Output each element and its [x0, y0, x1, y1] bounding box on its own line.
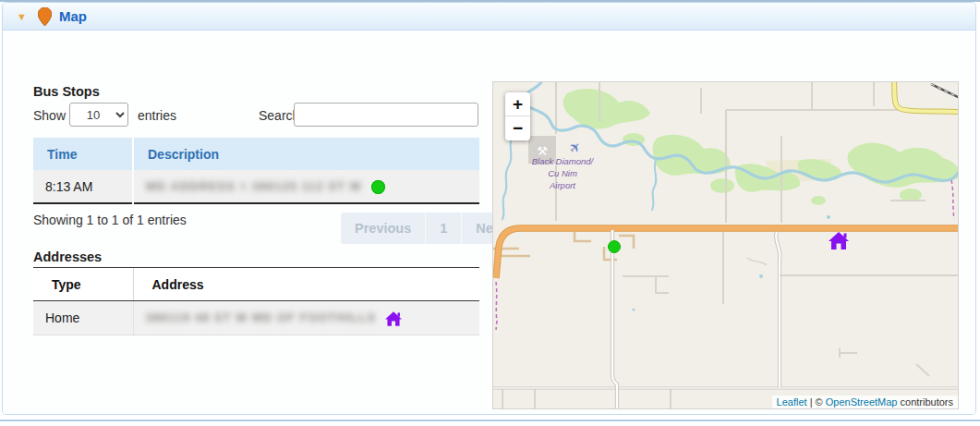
leaflet-map[interactable]: ⚒ ✈ Black Diamond/ Cu Nim Airport + −: [492, 81, 959, 409]
redacted-stop-address: MD ADDRESS = 386125 112 ST W: [146, 179, 362, 193]
addresses-heading: Addresses: [33, 250, 102, 264]
table-info: Showing 1 to 1 of 1 entries: [33, 213, 187, 227]
airport-label-line2: Cu Nim: [548, 168, 577, 178]
panel-body: Bus Stops Show 10 entries Search: Time D…: [3, 30, 975, 415]
map-pin-icon: [38, 7, 52, 26]
leaflet-link[interactable]: Leaflet: [777, 396, 807, 408]
entries-label: entries: [138, 108, 176, 123]
collapse-caret-icon[interactable]: ▼: [17, 11, 27, 22]
home-icon: [385, 311, 402, 326]
airport-label-line1: Black Diamond/: [532, 156, 595, 166]
bus-stops-header-row[interactable]: Time Description: [33, 138, 479, 170]
page-size-select[interactable]: 10: [69, 103, 128, 127]
column-description[interactable]: Description: [133, 138, 479, 170]
bus-stop-row[interactable]: 8:13 AM MD ADDRESS = 386125 112 ST W: [33, 170, 479, 203]
addresses-table: Type Address Home 386119 48 ST W MD OF F…: [33, 267, 479, 335]
address-value: 386119 48 ST W MD OF FOOTHILLS: [133, 301, 479, 335]
map-attribution: Leaflet | © OpenStreetMap contributors: [772, 396, 958, 408]
redacted-home-address: 386119 48 ST W MD OF FOOTHILLS: [146, 310, 377, 324]
bottom-divider: [0, 420, 980, 421]
show-label: Show: [33, 108, 66, 123]
search-input[interactable]: [294, 103, 478, 127]
previous-button[interactable]: Previous: [341, 213, 425, 244]
addresses-header-row: Type Address: [33, 268, 479, 301]
osm-link[interactable]: OpenStreetMap: [826, 396, 898, 408]
column-address: Address: [133, 268, 479, 301]
bus-stop-map-marker[interactable]: [609, 241, 621, 253]
address-type: Home: [33, 301, 133, 335]
address-row[interactable]: Home 386119 48 ST W MD OF FOOTHILLS: [33, 301, 479, 335]
map-panel-header[interactable]: ▼ Map: [3, 3, 975, 30]
airport-label-line3: Airport: [549, 180, 575, 190]
map-panel: ▼ Map Bus Stops Show 10 entries Search: …: [2, 2, 976, 415]
bus-stops-table: Time Description 8:13 AM MD ADDRESS = 38…: [33, 138, 479, 204]
page-1-button[interactable]: 1: [425, 213, 461, 244]
zoom-out-button[interactable]: −: [505, 116, 530, 140]
zoom-in-button[interactable]: +: [505, 92, 530, 116]
panel-title: Map: [59, 8, 87, 24]
column-type: Type: [33, 268, 133, 301]
attribution-suffix: contributors: [901, 396, 953, 408]
stop-marker-icon: [371, 180, 385, 194]
bus-stop-description: MD ADDRESS = 386125 112 ST W: [133, 170, 479, 203]
attribution-separator: | ©: [810, 396, 823, 408]
bus-stop-time: 8:13 AM: [33, 170, 133, 203]
map-tiles: ⚒ ✈ Black Diamond/ Cu Nim Airport: [493, 82, 959, 409]
bus-stops-heading: Bus Stops: [33, 84, 100, 99]
column-time[interactable]: Time: [33, 138, 133, 170]
zoom-control: + −: [505, 92, 530, 140]
